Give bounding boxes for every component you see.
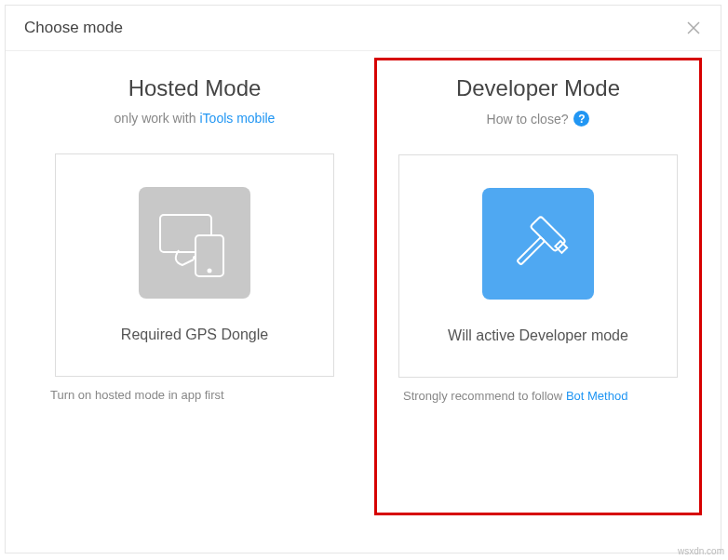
hosted-card-label: Required GPS Dongle xyxy=(121,327,268,343)
dialog-body: Hosted Mode only work with iTools mobile… xyxy=(6,51,721,553)
dialog-title: Choose mode xyxy=(24,19,123,37)
svg-rect-6 xyxy=(531,216,566,251)
hosted-mode-card[interactable]: Required GPS Dongle xyxy=(55,153,334,377)
svg-point-5 xyxy=(193,256,196,260)
hosted-footnote: Turn on hosted mode in app first xyxy=(34,388,224,402)
choose-mode-dialog: Choose mode Hosted Mode only work with i… xyxy=(5,5,721,553)
hosted-mode-subtitle: only work with iTools mobile xyxy=(115,111,276,126)
hammer-icon xyxy=(482,188,594,300)
gps-dongle-icon xyxy=(139,187,250,299)
dialog-header: Choose mode xyxy=(6,6,721,51)
svg-point-4 xyxy=(208,269,212,273)
developer-mode-card[interactable]: Will active Developer mode xyxy=(398,154,678,378)
hosted-mode-column: Hosted Mode only work with iTools mobile… xyxy=(34,70,356,515)
svg-rect-7 xyxy=(517,237,545,265)
hosted-subtitle-text: only work with xyxy=(115,111,196,126)
hosted-mode-title: Hosted Mode xyxy=(128,75,262,101)
developer-mode-column: Developer Mode How to close? ? Will acti… xyxy=(374,58,702,515)
developer-card-label: Will active Developer mode xyxy=(448,327,628,344)
developer-mode-title: Developer Mode xyxy=(456,75,620,101)
developer-mode-subtitle: How to close? ? xyxy=(487,111,590,127)
bot-method-link[interactable]: Bot Method xyxy=(566,389,628,403)
developer-subtitle-text: How to close? xyxy=(487,112,569,127)
watermark: wsxdn.com xyxy=(678,546,724,556)
close-icon xyxy=(686,20,701,35)
developer-footnote: Strongly recommend to follow Bot Method xyxy=(377,389,627,403)
itools-mobile-link[interactable]: iTools mobile xyxy=(199,111,275,126)
close-button[interactable] xyxy=(685,20,702,36)
help-icon[interactable]: ? xyxy=(573,111,589,127)
developer-footnote-text: Strongly recommend to follow xyxy=(403,389,562,403)
